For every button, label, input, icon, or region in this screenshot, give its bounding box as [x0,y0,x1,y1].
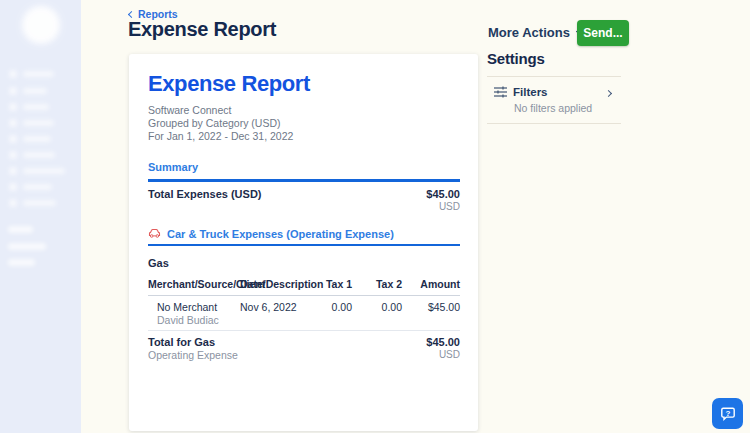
category-label: Car & Truck Expenses (Operating Expense) [167,228,394,240]
group-total-amount: $45.00 [426,336,460,348]
report-meta: Software Connect Grouped by Category (US… [148,104,460,144]
more-actions-label: More Actions [488,25,570,40]
report-grouping: Grouped by Category (USD) [148,117,460,130]
col-tax2: Tax 2 [352,278,402,290]
filters-sliders-icon [494,86,507,98]
group-total-sublabel: Operating Expense [148,349,238,361]
col-tax1: Tax 1 [308,278,352,290]
row-date: Nov 6, 2022 [240,301,308,326]
settings-divider-bottom [487,123,621,124]
category-divider [148,244,460,247]
col-date: Date/Description [240,278,308,290]
filters-status: No filters applied [487,100,621,123]
row-tax1: 0.00 [308,301,352,326]
help-chat-icon: ? [720,406,736,422]
sidebar-faded-link [8,259,35,266]
app-screen: Reports Expense Report More Actions Send… [0,0,750,433]
sidebar-faded-link [8,226,33,233]
total-expenses-amount: $45.00 [426,188,460,200]
row-submerchant: David Budiac [148,314,240,326]
filters-row[interactable]: Filters [487,77,621,100]
report-title: Expense Report [148,71,460,97]
group-total-row: Total for Gas Operating Expense $45.00 U… [148,331,460,361]
row-tax2: 0.00 [352,301,402,326]
table-header: Merchant/Source/Client Date/Description … [148,278,460,296]
row-amount: $45.00 [402,301,460,326]
car-icon [148,228,161,239]
col-merchant: Merchant/Source/Client [148,278,240,290]
send-button[interactable]: Send... [577,20,629,46]
more-actions-button[interactable]: More Actions [488,25,582,40]
report-date-range: For Jan 1, 2022 - Dec 31, 2022 [148,130,460,143]
total-expenses-label: Total Expenses (USD) [148,188,262,212]
chevron-left-icon [128,10,135,17]
report-card: Expense Report Software Connect Grouped … [129,54,478,431]
sidebar-faded-link [8,243,46,250]
category-header-link[interactable]: Car & Truck Expenses (Operating Expense) [148,228,460,240]
svg-text:?: ? [725,408,730,417]
total-expenses-currency: USD [426,201,460,212]
settings-title: Settings [487,50,621,67]
filters-label: Filters [513,86,548,98]
group-total-label: Total for Gas [148,336,238,348]
group-total-currency: USD [426,349,460,360]
total-expenses-row: Total Expenses (USD) $45.00 USD [148,188,460,212]
subcategory-label: Gas [148,257,460,269]
page-title: Expense Report [128,18,276,41]
summary-divider [148,179,460,182]
settings-panel: Settings Filters No filters applied [487,50,621,124]
table-row: No Merchant David Budiac Nov 6, 2022 0.0… [148,296,460,331]
report-company: Software Connect [148,104,460,117]
sidebar [0,0,81,433]
chevron-right-icon [605,90,612,97]
summary-link[interactable]: Summary [148,161,460,173]
row-merchant: No Merchant [148,301,240,313]
avatar [22,6,60,44]
help-chat-button[interactable]: ? [712,398,743,429]
col-amount: Amount [402,278,460,290]
